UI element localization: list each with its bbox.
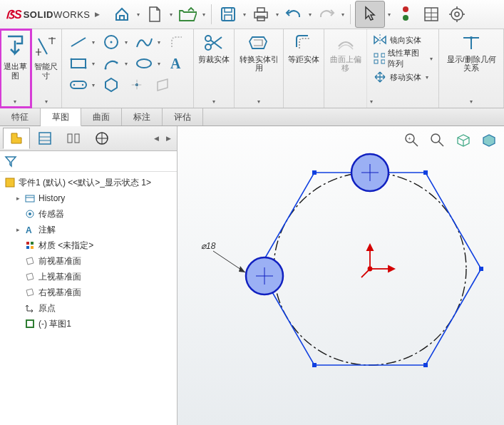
svg-point-6 — [403, 6, 408, 12]
manager-tabs: ◀ ▶ — [0, 126, 177, 151]
exit-sketch-button[interactable]: 退出草图 ▾ — [0, 29, 31, 108]
fillet-button[interactable] — [165, 32, 189, 52]
dropdown-icon[interactable]: ▾ — [168, 3, 174, 26]
undo-button[interactable] — [282, 2, 306, 26]
dropdown-icon[interactable]: ▾ — [158, 53, 163, 73]
property-manager-tab[interactable] — [31, 128, 58, 149]
surface-offset-button[interactable]: 曲面上偏移 — [324, 29, 367, 108]
tab-annotate[interactable]: 标注 — [122, 108, 163, 126]
linear-pattern-button[interactable]: 线性草图阵列▾ — [370, 49, 436, 68]
plane-button[interactable] — [150, 75, 175, 95]
tree-material[interactable]: 材质 <未指定> — [1, 237, 175, 253]
tab-sketch[interactable]: 草图 — [41, 108, 81, 126]
dropdown-icon[interactable]: ▾ — [14, 98, 16, 105]
new-button[interactable] — [143, 2, 167, 26]
dropdown-icon[interactable]: ▾ — [257, 98, 260, 105]
svg-rect-68 — [27, 321, 33, 327]
dropdown-icon[interactable]: ▾ — [370, 98, 373, 105]
relations-icon — [461, 32, 482, 53]
spline-button[interactable] — [132, 32, 156, 52]
logo-ds-icon: ẞS — [6, 8, 22, 21]
dropdown-icon[interactable]: ▾ — [125, 53, 130, 73]
text-button[interactable]: A — [165, 53, 189, 73]
tree-history[interactable]: ▸History — [1, 190, 175, 206]
tree-right-plane[interactable]: 右视基准面 — [1, 285, 175, 300]
polygon-button[interactable] — [99, 75, 123, 95]
tab-surfaces[interactable]: 曲面 — [81, 108, 122, 126]
scroll-left-icon[interactable]: ◀ — [151, 135, 162, 142]
tree-front-plane[interactable]: 前视基准面 — [1, 253, 175, 269]
dropdown-icon[interactable]: ▾ — [45, 98, 48, 105]
svg-point-26 — [137, 59, 151, 68]
dropdown-icon[interactable]: ▾ — [386, 3, 392, 26]
home-button[interactable] — [110, 2, 134, 26]
offset-entities-button[interactable]: 等距实体 — [284, 29, 324, 108]
tree-annotations[interactable]: ▸A注解 — [1, 222, 175, 237]
trim-button[interactable]: 剪裁实体 ▾ — [194, 29, 235, 108]
svg-rect-4 — [257, 8, 264, 12]
rebuild-button[interactable] — [394, 2, 418, 26]
dropdown-icon[interactable]: ▾ — [92, 53, 98, 73]
svg-marker-31 — [106, 78, 117, 91]
svg-point-29 — [73, 84, 75, 86]
svg-point-92 — [369, 267, 372, 271]
smart-dimension-button[interactable]: 智能尺寸 ▾ — [31, 29, 63, 108]
dropdown-icon[interactable]: ▾ — [201, 3, 207, 26]
display-relations-button[interactable]: 显示/删除几何关系 ▾ — [439, 29, 504, 108]
config-manager-tab[interactable] — [60, 128, 87, 149]
tree-sensors[interactable]: 传感器 — [1, 206, 175, 222]
graphics-area[interactable]: + ⌀18 — [178, 126, 504, 425]
tab-evaluate[interactable]: 评估 — [163, 108, 203, 126]
tab-features[interactable]: 特征 — [0, 108, 41, 126]
line-button[interactable] — [66, 32, 91, 52]
dropdown-icon[interactable]: ▾ — [274, 3, 280, 26]
sketch-entities-group: ▾ ▾ ▾ ▾ ▾ ▾ A ▾ — [62, 29, 194, 108]
tree-root[interactable]: 零件1 (默认) <<默认>_显示状态 1> — [1, 175, 175, 190]
filter-icon[interactable] — [4, 155, 17, 168]
dropdown-icon[interactable]: ▾ — [340, 3, 346, 26]
dropdown-icon[interactable]: ▾ — [92, 75, 98, 95]
circle-button[interactable] — [99, 32, 123, 52]
move-entities-button[interactable]: 移动实体▾ — [370, 68, 436, 86]
dropdown-icon[interactable]: ▾ — [125, 32, 130, 52]
scroll-right-icon[interactable]: ▶ — [163, 135, 174, 142]
svg-rect-43 — [381, 60, 384, 63]
print-button[interactable] — [249, 2, 273, 26]
svg-rect-62 — [31, 242, 34, 245]
tree-origin[interactable]: 原点 — [1, 300, 175, 316]
convert-entities-button[interactable]: 转换实体引用 ▾ — [235, 29, 284, 108]
dropdown-icon[interactable]: ▾ — [242, 3, 247, 26]
svg-rect-78 — [312, 363, 317, 367]
exit-sketch-icon — [2, 32, 28, 61]
tree-top-plane[interactable]: 上视基准面 — [1, 269, 175, 285]
dropdown-icon[interactable]: ▾ — [212, 98, 215, 105]
point-button[interactable] — [125, 75, 149, 95]
dropdown-icon[interactable]: ▾ — [92, 32, 98, 52]
select-button[interactable] — [355, 1, 385, 28]
dropdown-icon[interactable]: ▾ — [307, 3, 313, 26]
svg-point-7 — [403, 15, 408, 21]
open-button[interactable] — [175, 2, 200, 26]
svg-rect-63 — [26, 246, 29, 249]
redo-button[interactable] — [314, 2, 339, 26]
arc-button[interactable] — [99, 53, 123, 73]
save-button[interactable] — [216, 2, 240, 26]
dropdown-icon[interactable]: ▾ — [158, 32, 163, 52]
dimension-icon — [34, 32, 58, 61]
scissors-icon — [203, 32, 225, 53]
chevron-right-icon[interactable]: ▶ — [95, 11, 100, 18]
rectangle-button[interactable] — [66, 53, 91, 73]
feature-tree-tab[interactable] — [3, 128, 30, 149]
ellipse-button[interactable] — [132, 53, 156, 73]
dimxpert-tab[interactable] — [88, 128, 115, 149]
svg-rect-5 — [257, 16, 264, 21]
dropdown-icon[interactable]: ▾ — [135, 3, 141, 26]
svg-point-59 — [29, 212, 31, 215]
options-button[interactable] — [419, 2, 443, 26]
slot-button[interactable] — [66, 75, 91, 95]
tree-sketch1[interactable]: (-) 草图1 — [1, 316, 175, 332]
mirror-button[interactable]: 镜向实体 — [370, 31, 436, 49]
dropdown-icon[interactable]: ▾ — [470, 98, 473, 105]
svg-point-22 — [71, 58, 73, 61]
settings-button[interactable] — [445, 2, 469, 26]
